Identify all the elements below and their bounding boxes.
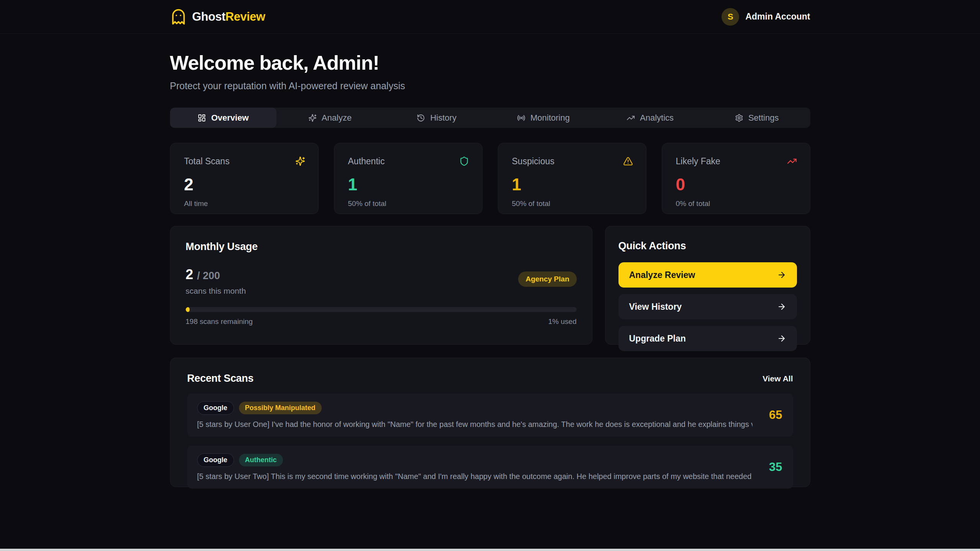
stat-card-suspicious: Suspicious 1 50% of total (498, 143, 646, 214)
usage-caption: scans this month (186, 286, 577, 296)
top-header: GhostReview S Admin Account (0, 0, 980, 34)
history-clock-icon (417, 114, 425, 122)
tab-history[interactable]: History (383, 108, 490, 128)
monthly-usage-title: Monthly Usage (186, 241, 577, 253)
recent-scans-card: Recent Scans View All Google Possibly Ma… (170, 358, 810, 487)
layout-dashboard-icon (198, 114, 206, 122)
view-history-button[interactable]: View History (618, 294, 797, 319)
usage-progress-fill (186, 307, 190, 312)
tab-label: Settings (748, 113, 779, 123)
avatar: S (722, 8, 739, 26)
source-badge: Google (197, 453, 234, 467)
trending-up-icon (787, 156, 797, 166)
brand-logo[interactable]: GhostReview (170, 8, 265, 25)
tab-label: Analyze (322, 113, 352, 123)
scan-row[interactable]: Google Authentic [5 stars by User Two] T… (187, 446, 793, 489)
trending-up-icon (627, 114, 635, 122)
tab-label: Overview (211, 113, 249, 123)
tab-label: Monitoring (530, 113, 570, 123)
stat-label: Authentic (348, 156, 468, 167)
stat-value: 1 (348, 175, 468, 194)
stat-value: 2 (184, 175, 304, 194)
arrow-right-icon (777, 270, 786, 280)
recent-scans-title: Recent Scans (187, 373, 254, 384)
scans-remaining-label: 198 scans remaining (186, 317, 253, 326)
tab-analytics[interactable]: Analytics (597, 108, 704, 128)
stat-card-authentic: Authentic 1 50% of total (334, 143, 483, 214)
stat-sub: 50% of total (348, 199, 468, 208)
action-label: View History (629, 302, 682, 312)
arrow-right-icon (777, 302, 786, 311)
window-bottom-edge (0, 549, 980, 551)
scan-score: 65 (769, 408, 782, 422)
usage-counter: 2 / 200 (186, 267, 577, 283)
stat-card-likely-fake: Likely Fake 0 0% of total (662, 143, 810, 214)
stat-card-total-scans: Total Scans 2 All time (170, 143, 319, 214)
sparkles-icon (295, 156, 305, 166)
main-tabbar: Overview Analyze History Monitoring Anal… (170, 108, 810, 128)
shield-icon (459, 156, 469, 166)
stat-label: Suspicious (512, 156, 632, 167)
tab-label: Analytics (640, 113, 674, 123)
brand-name: GhostReview (192, 10, 265, 24)
status-badge: Possibly Manipulated (239, 402, 322, 414)
hero-section: Welcome back, Admin! Protect your reputa… (170, 34, 810, 92)
stat-value: 0 (676, 175, 796, 194)
gear-icon (735, 114, 743, 122)
source-badge: Google (197, 401, 234, 415)
action-label: Analyze Review (629, 270, 695, 280)
arrow-right-icon (777, 334, 786, 343)
upgrade-plan-button[interactable]: Upgrade Plan (618, 326, 797, 351)
usage-used-count: 2 (186, 267, 193, 283)
review-text: [5 stars by User Two] This is my second … (197, 472, 753, 481)
usage-progress-bar (186, 307, 577, 312)
status-badge: Authentic (239, 454, 283, 466)
analyze-review-button[interactable]: Analyze Review (618, 262, 797, 288)
stat-sub: 0% of total (676, 199, 796, 208)
scan-score: 35 (769, 460, 782, 474)
scan-row[interactable]: Google Possibly Manipulated [5 stars by … (187, 394, 793, 437)
page-subtitle: Protect your reputation with AI-powered … (170, 80, 810, 92)
sparkles-icon (308, 114, 317, 122)
percent-used-label: 1% used (548, 317, 577, 326)
stats-row: Total Scans 2 All time Authentic 1 50% o… (170, 143, 810, 214)
account-menu[interactable]: S Admin Account (722, 8, 810, 26)
stat-sub: 50% of total (512, 199, 632, 208)
action-label: Upgrade Plan (629, 334, 686, 344)
ghost-icon (170, 8, 187, 25)
plan-badge: Agency Plan (518, 271, 576, 287)
review-text: [5 stars by User One] I've had the honor… (197, 420, 753, 429)
warning-triangle-icon (623, 156, 633, 166)
radio-waves-icon (517, 114, 525, 122)
stat-label: Total Scans (184, 156, 304, 167)
account-name: Admin Account (745, 11, 810, 22)
tab-label: History (430, 113, 456, 123)
tab-monitoring[interactable]: Monitoring (490, 108, 597, 128)
stat-label: Likely Fake (676, 156, 796, 167)
usage-limit: / 200 (197, 270, 220, 282)
tab-settings[interactable]: Settings (704, 108, 810, 128)
view-all-link[interactable]: View All (762, 374, 793, 383)
page-title: Welcome back, Admin! (170, 51, 810, 74)
stat-value: 1 (512, 175, 632, 194)
stat-sub: All time (184, 199, 304, 208)
tab-analyze[interactable]: Analyze (276, 108, 383, 128)
quick-actions-card: Quick Actions Analyze Review View Histor… (605, 226, 810, 345)
quick-actions-title: Quick Actions (618, 240, 797, 252)
tab-overview[interactable]: Overview (170, 108, 277, 128)
monthly-usage-card: Monthly Usage 2 / 200 scans this month A… (170, 226, 592, 345)
